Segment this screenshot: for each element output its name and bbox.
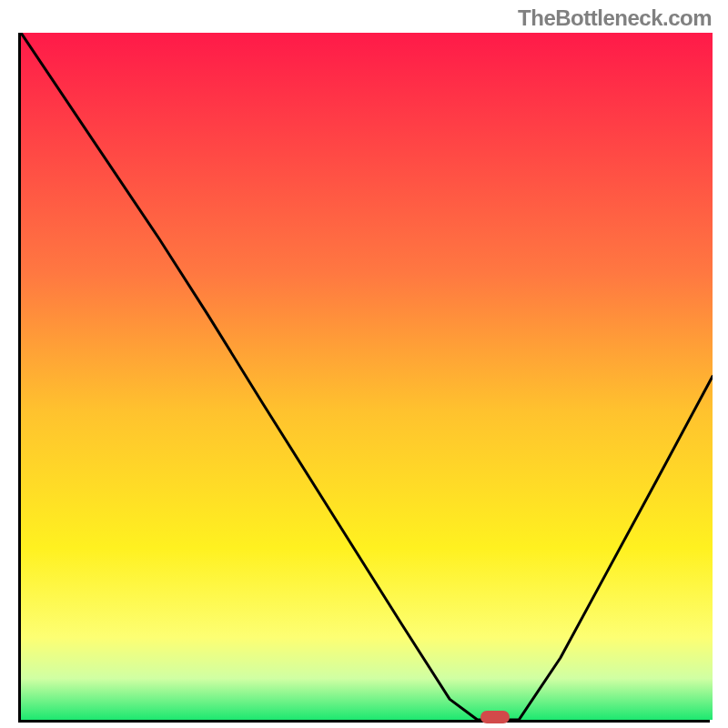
gradient-background <box>21 33 713 720</box>
watermark-text: TheBottleneck.com <box>518 5 712 31</box>
chart-axes <box>18 33 710 723</box>
svg-rect-0 <box>21 33 713 720</box>
curve-line <box>21 33 713 720</box>
plot-area <box>21 33 710 720</box>
target-marker <box>480 711 510 723</box>
